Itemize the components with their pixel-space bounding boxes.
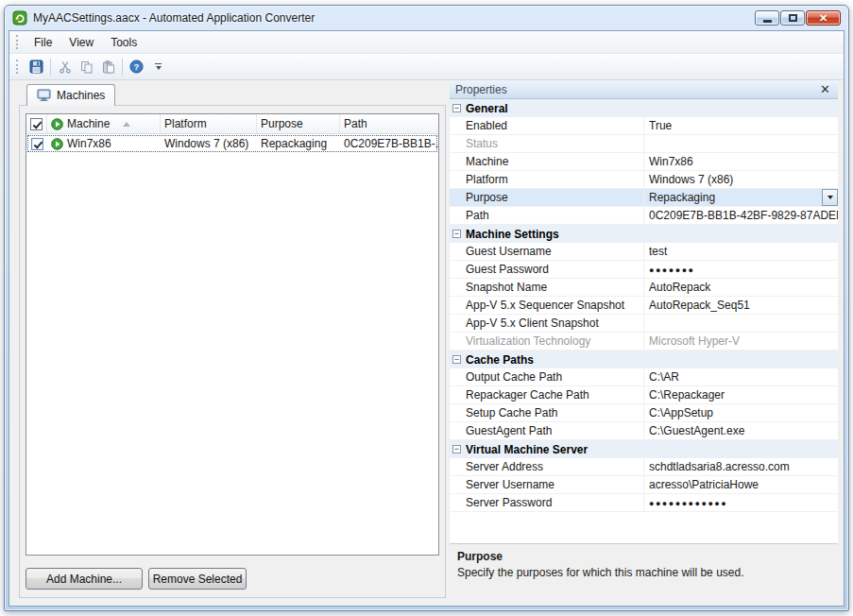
- machines-pane: Machines: [19, 84, 446, 598]
- property-value[interactable]: C:\GuestAgent.exe: [643, 422, 838, 439]
- collapse-icon[interactable]: −: [452, 445, 461, 453]
- remove-selected-button[interactable]: Remove Selected: [148, 568, 247, 590]
- property-value[interactable]: [643, 315, 838, 332]
- dropdown-button[interactable]: [822, 189, 838, 206]
- property-label: App-V 5.x Sequencer Snapshot: [450, 297, 643, 314]
- add-machine-button[interactable]: Add Machine...: [26, 568, 143, 590]
- property-value[interactable]: [643, 135, 838, 152]
- window-body: File View Tools: [9, 30, 844, 607]
- property-row[interactable]: Setup Cache PathC:\AppSetup: [450, 404, 838, 422]
- maximize-button[interactable]: [780, 10, 805, 26]
- property-value[interactable]: 0C209E7B-BB1B-42BF-9829-87ADED2E: [643, 207, 838, 224]
- property-label: Path: [450, 207, 643, 224]
- property-label: Server Password: [450, 494, 643, 511]
- machine-name: Win7x86: [67, 137, 111, 150]
- property-value[interactable]: acresso\PatriciaHowe: [643, 476, 838, 493]
- property-row[interactable]: Guest Usernametest: [450, 243, 838, 261]
- property-row[interactable]: EnabledTrue: [450, 117, 838, 135]
- machine-row[interactable]: Win7x86 Windows 7 (x86) Repackaging 0C20…: [26, 134, 438, 153]
- property-row[interactable]: GuestAgent PathC:\GuestAgent.exe: [450, 422, 838, 440]
- property-value[interactable]: ●●●●●●●●●●●●: [643, 494, 838, 511]
- column-header-platform[interactable]: Platform: [161, 114, 257, 133]
- sort-ascending-icon: [123, 122, 130, 127]
- tab-machines[interactable]: Machines: [26, 84, 115, 106]
- property-value[interactable]: True: [643, 117, 838, 134]
- property-row[interactable]: Path0C209E7B-BB1B-42BF-9829-87ADED2E: [450, 207, 838, 225]
- property-row[interactable]: PurposeRepackaging: [450, 189, 838, 207]
- property-label: Setup Cache Path: [450, 404, 643, 421]
- collapse-icon[interactable]: −: [452, 104, 461, 112]
- property-label: Output Cache Path: [450, 368, 643, 385]
- collapse-icon[interactable]: −: [452, 355, 461, 364]
- paste-icon[interactable]: [97, 57, 119, 77]
- svg-text:?: ?: [134, 61, 140, 72]
- menu-file[interactable]: File: [26, 33, 60, 52]
- machine-list-header: Machine Platform Purpose Path: [26, 114, 438, 134]
- property-label: Server Address: [450, 458, 643, 475]
- property-value[interactable]: test: [643, 243, 838, 260]
- property-row[interactable]: MachineWin7x86: [450, 153, 838, 171]
- property-row[interactable]: Server Password●●●●●●●●●●●●: [450, 494, 838, 512]
- save-icon[interactable]: [26, 57, 47, 77]
- property-row[interactable]: Repackager Cache PathC:\Repackager: [450, 386, 838, 404]
- property-value[interactable]: Windows 7 (x86): [643, 171, 838, 188]
- property-label: Status: [450, 135, 643, 152]
- property-value[interactable]: C:\AR: [643, 368, 838, 385]
- property-category[interactable]: −Cache Paths: [450, 351, 838, 368]
- property-value[interactable]: AutoRepack_Seq51: [643, 297, 838, 314]
- collapse-icon[interactable]: −: [452, 230, 461, 238]
- property-value[interactable]: ●●●●●●●: [643, 261, 838, 278]
- select-all-header[interactable]: [26, 114, 47, 133]
- property-row[interactable]: Guest Password●●●●●●●: [450, 261, 838, 279]
- column-header-machine[interactable]: Machine: [47, 114, 161, 133]
- property-row[interactable]: Status: [450, 135, 838, 153]
- property-value[interactable]: Repackaging: [643, 189, 822, 206]
- property-row[interactable]: Output Cache PathC:\AR: [450, 368, 838, 386]
- property-category[interactable]: −Virtual Machine Server: [450, 440, 838, 458]
- menu-view[interactable]: View: [60, 33, 102, 52]
- titlebar[interactable]: MyAACSettings.aacx - Automated Applicati…: [9, 6, 844, 30]
- property-row[interactable]: Virtualization TechnologyMicrosoft Hyper…: [450, 333, 838, 351]
- toolbar-grip[interactable]: [16, 60, 21, 74]
- properties-close-icon[interactable]: ✕: [818, 83, 832, 95]
- menu-grip[interactable]: [16, 35, 21, 49]
- property-value[interactable]: C:\AppSetup: [643, 404, 838, 421]
- copy-icon[interactable]: [76, 57, 97, 77]
- machine-list[interactable]: Machine Platform Purpose Path: [26, 113, 439, 556]
- machine-row-checkbox[interactable]: [31, 138, 43, 150]
- menu-bar: File View Tools: [9, 31, 844, 54]
- property-row[interactable]: PlatformWindows 7 (x86): [450, 171, 838, 189]
- property-value[interactable]: C:\Repackager: [643, 386, 838, 403]
- machine-status-icon: [51, 138, 63, 150]
- property-label: Guest Password: [450, 261, 643, 278]
- property-row[interactable]: Server Addressschdtladsaria8.acresso.com: [450, 458, 838, 476]
- property-label: Guest Username: [450, 243, 643, 260]
- property-row[interactable]: App-V 5.x Sequencer SnapshotAutoRepack_S…: [450, 297, 838, 315]
- toolbar-separator: [122, 59, 123, 76]
- app-icon: [12, 10, 27, 26]
- property-value[interactable]: Microsoft Hyper-V: [643, 333, 838, 350]
- property-category[interactable]: −General: [450, 99, 838, 117]
- description-text: Specify the purposes for which this mach…: [457, 566, 830, 579]
- property-row[interactable]: Snapshot NameAutoRepack: [450, 279, 838, 297]
- property-row[interactable]: Server Usernameacresso\PatriciaHowe: [450, 476, 838, 494]
- column-header-purpose[interactable]: Purpose: [257, 114, 340, 133]
- minimize-button[interactable]: [755, 10, 779, 26]
- help-icon[interactable]: ?: [126, 57, 147, 77]
- chevron-down-icon: [827, 196, 833, 199]
- property-label: Platform: [450, 171, 643, 188]
- category-label: General: [466, 102, 508, 115]
- property-value[interactable]: schdtladsaria8.acresso.com: [643, 458, 838, 475]
- toolbar-overflow-icon[interactable]: [151, 60, 165, 73]
- select-all-checkbox[interactable]: [30, 118, 43, 130]
- cut-icon[interactable]: [54, 57, 76, 77]
- category-label: Machine Settings: [466, 228, 559, 241]
- property-value[interactable]: AutoRepack: [643, 279, 838, 296]
- menu-tools[interactable]: Tools: [102, 33, 145, 52]
- property-category[interactable]: −Machine Settings: [450, 225, 838, 243]
- property-value[interactable]: Win7x86: [643, 153, 838, 170]
- column-header-path[interactable]: Path: [340, 114, 438, 133]
- close-button[interactable]: ✕: [806, 10, 841, 26]
- property-grid[interactable]: −GeneralEnabledTrueStatusMachineWin7x86P…: [450, 99, 838, 543]
- property-row[interactable]: App-V 5.x Client Snapshot: [450, 315, 838, 333]
